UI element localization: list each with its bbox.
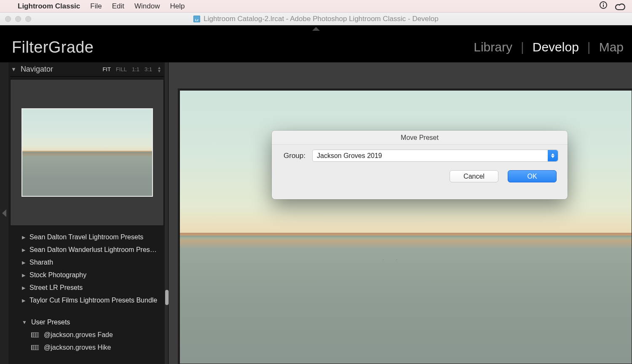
chevron-left-icon: [2, 209, 6, 217]
develop-canvas: [169, 62, 632, 364]
preset-folder[interactable]: ▶Sean Dalton Wanderlust Lightroom Pres…: [10, 244, 164, 256]
preset-folder[interactable]: ▶Sharath: [10, 256, 164, 269]
left-scrollbar[interactable]: [165, 62, 168, 364]
zoom-ratio[interactable]: 3:1: [145, 66, 152, 73]
menu-help[interactable]: Help: [170, 2, 185, 11]
navigator-image: [22, 109, 152, 196]
chevron-right-icon: ▶: [22, 285, 25, 291]
chevron-right-icon: ▶: [22, 235, 25, 240]
scrollbar-thumb[interactable]: [165, 290, 169, 305]
preset-item[interactable]: @jackson.groves Hike: [10, 341, 164, 354]
preset-folder-user[interactable]: ▼ User Presets: [10, 316, 164, 329]
module-picker: Library | Develop | Map: [465, 40, 632, 54]
module-map[interactable]: Map: [591, 40, 632, 54]
identity-module-bar: FilterGrade Library | Develop | Map: [0, 32, 632, 62]
svg-rect-2: [603, 3, 604, 4]
zoom-fit[interactable]: FIT: [102, 66, 111, 73]
chevron-up-icon: [312, 27, 320, 31]
module-library[interactable]: Library: [465, 40, 521, 54]
preset-thumb-icon: [31, 332, 39, 337]
window-title: Lr Lightroom Catalog-2.lrcat - Adobe Pho…: [0, 15, 632, 23]
disclosure-down-icon: ▼: [22, 319, 27, 325]
menu-file[interactable]: File: [90, 2, 102, 11]
navigator-zoom-picker: FIT FILL 1:1 3:1 ▲▼: [102, 66, 161, 73]
preset-folder[interactable]: ▶Sean Dalton Travel Lightroom Presets: [10, 231, 164, 244]
minimize-window-button[interactable]: [15, 16, 21, 22]
ok-button[interactable]: OK: [508, 170, 557, 182]
module-develop[interactable]: Develop: [524, 40, 587, 54]
chevron-right-icon: ▶: [22, 298, 25, 303]
main-image[interactable]: [178, 88, 632, 364]
app-menu[interactable]: Lightroom Classic: [18, 2, 80, 11]
group-select[interactable]: Jackson Groves 2019: [312, 150, 558, 162]
navigator-title: Navigator: [21, 65, 103, 74]
left-panel-toggle[interactable]: [0, 62, 8, 364]
chevron-right-icon: ▶: [22, 273, 25, 278]
chevron-right-icon: ▶: [22, 247, 25, 253]
close-window-button[interactable]: [5, 16, 11, 22]
catalog-file-icon: Lr: [193, 16, 200, 22]
traffic-lights[interactable]: [5, 16, 31, 22]
menu-edit[interactable]: Edit: [112, 2, 124, 11]
group-label: Group:: [284, 152, 305, 160]
top-panel-toggle[interactable]: [0, 25, 632, 32]
move-preset-dialog: Move Preset Group: Jackson Groves 2019 C…: [272, 131, 568, 199]
window-titlebar: Lr Lightroom Catalog-2.lrcat - Adobe Pho…: [0, 13, 632, 25]
navigator-header[interactable]: ▼ Navigator FIT FILL 1:1 3:1 ▲▼: [10, 62, 164, 77]
dialog-title: Move Preset: [272, 131, 568, 145]
navigator-thumbnail[interactable]: [21, 108, 153, 197]
preset-item[interactable]: @jackson.groves Fade: [10, 329, 164, 341]
navigator-panel[interactable]: [10, 79, 164, 226]
cancel-button[interactable]: Cancel: [450, 170, 498, 182]
group-select-value: Jackson Groves 2019: [313, 152, 382, 160]
dropdown-arrows-icon[interactable]: [548, 150, 558, 161]
svg-rect-1: [603, 5, 604, 7]
macos-menubar: Lightroom Classic File Edit Window Help: [0, 0, 632, 13]
preset-thumb-icon: [31, 345, 39, 350]
zoom-fill[interactable]: FILL: [116, 66, 127, 73]
creative-cloud-icon[interactable]: [615, 3, 624, 9]
menu-window[interactable]: Window: [134, 2, 160, 11]
disclosure-down-icon: ▼: [11, 66, 16, 72]
lightroom-app: FilterGrade Library | Develop | Map ▼ Na…: [0, 25, 632, 364]
preset-folder[interactable]: ▶Stock Photography: [10, 269, 164, 281]
presets-panel: ▶Sean Dalton Travel Lightroom Presets ▶S…: [10, 229, 164, 356]
chevron-right-icon: ▶: [22, 260, 25, 265]
left-panel: ▼ Navigator FIT FILL 1:1 3:1 ▲▼: [0, 62, 169, 364]
zoom-stepper-icon[interactable]: ▲▼: [157, 66, 161, 73]
preset-folder[interactable]: ▶Street LR Presets: [10, 281, 164, 294]
preset-folder[interactable]: ▶Taylor Cut Films Lightroom Presets Bund…: [10, 294, 164, 307]
identity-plate[interactable]: FilterGrade: [12, 38, 94, 56]
info-menu-icon[interactable]: [599, 1, 608, 11]
zoom-window-button[interactable]: [25, 16, 31, 22]
zoom-1to1[interactable]: 1:1: [132, 66, 139, 73]
